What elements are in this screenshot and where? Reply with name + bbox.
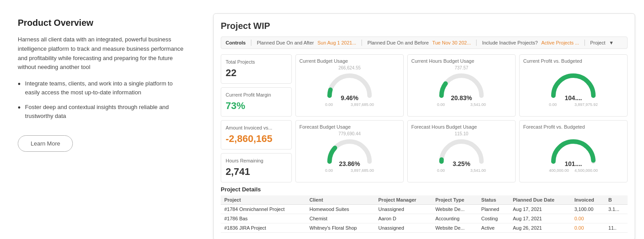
total-projects-label: Total Projects — [226, 59, 287, 65]
row-project: #1836 JIRA Project — [221, 223, 306, 233]
fhbu-bottom: 0.00 3,541.00 — [437, 168, 486, 173]
forecast-profit-vs-value: 101.... — [565, 160, 582, 167]
row-status: Planned — [478, 205, 509, 214]
row-manager: Aaron D — [375, 214, 432, 223]
bullet-item-2: Foster deep and contextual insights thro… — [18, 103, 187, 120]
fpvb-left: 400,000.00 — [549, 168, 569, 173]
ch-left: 0.00 — [437, 102, 445, 107]
current-hours-value: 20.83% — [451, 94, 472, 101]
fbu-left: 0.00 — [325, 168, 333, 173]
planned-before-label: Planned Due On and Before — [367, 40, 429, 45]
controls-divider-2 — [362, 40, 362, 46]
row-type: Website De... — [432, 223, 477, 233]
current-hours-gauge: 737.57 20.83% 0.00 3,541.00 — [437, 65, 486, 107]
cb-left: 0.00 — [325, 102, 333, 107]
row-b: 11.. — [605, 223, 628, 233]
forecast-hours-label: Forecast Hours Budget Usage — [411, 124, 477, 130]
hours-remaining-value: 2,741 — [226, 166, 287, 178]
row-project: #1784 Omnichannel Project — [221, 205, 306, 214]
row-type: Accounting — [432, 214, 477, 223]
col-manager: Project Manager — [375, 195, 432, 205]
cpvb-bottom: 0.00 3,897,975.92 — [549, 102, 598, 107]
table-row: #1836 JIRA Project Whitney's Floral Shop… — [221, 223, 628, 233]
current-budget-usage-label: Current Budget Usage — [299, 58, 348, 64]
fhbu-top: 115.10 — [455, 131, 469, 136]
forecast-hours-budget-cell: Forecast Hours Budget Usage 115.10 3.25%… — [407, 120, 516, 182]
current-budget-usage-gauge: 266,624.55 9.46% 0.00 3,897,685.00 — [325, 65, 374, 107]
profit-margin-label: Current Profit Margin — [226, 92, 287, 97]
amount-invoiced-value: -2,860,165 — [226, 133, 287, 145]
forecast-budget-value: 23.86% — [339, 160, 360, 167]
ch-right: 3,541.00 — [470, 102, 486, 107]
row-project: #1786 Bas — [221, 214, 306, 223]
forecast-profit-vs-budgeted-cell: Forecast Profit vs. Budgeted 101.... 400… — [519, 120, 628, 182]
forecast-profit-vs-label: Forecast Profit vs. Budgeted — [523, 124, 585, 130]
current-hours-budget-cell: Current Hours Budget Usage 737.57 20.83%… — [407, 54, 516, 117]
amount-invoiced-cell: Amount Invoiced vs... -2,860,165 — [221, 120, 292, 150]
total-projects-value: 22 — [226, 67, 287, 79]
row-client: Chemist — [306, 214, 375, 223]
project-dropdown-icon[interactable]: ▼ — [609, 40, 614, 45]
col-b: B — [605, 195, 628, 205]
fbu-top: 779,690.44 — [338, 131, 361, 136]
current-hours-top: 737.57 — [455, 65, 469, 70]
row-due-date: Aug 17, 2021 — [509, 214, 571, 223]
profit-margin-cell: Current Profit Margin 73% — [221, 87, 292, 117]
profit-margin-value: 73% — [226, 100, 287, 112]
project-label: Project — [590, 40, 605, 45]
project-details-section: Project Details Project Client Project M… — [221, 186, 628, 233]
row-b: 3.1... — [605, 205, 628, 214]
planned-after-label: Planned Due On and After — [257, 40, 314, 45]
dashboard-card: Project WIP Controls Planned Due On and … — [213, 13, 635, 239]
controls-divider-4 — [584, 40, 585, 46]
total-projects-cell: Total Projects 22 — [221, 54, 292, 84]
current-profit-gauge: 104.... 0.00 3,897,975.92 — [549, 65, 598, 107]
row-due-date: Aug 26, 2021 — [509, 223, 571, 233]
cpvb-left: 0.00 — [549, 102, 557, 107]
product-description: Harness all client data with an integrat… — [18, 35, 187, 72]
fhbu-left: 0.00 — [437, 168, 445, 173]
col-project: Project — [221, 195, 306, 205]
table-row: #1784 Omnichannel Project Homewood Suite… — [221, 205, 628, 214]
fpvb-top — [573, 131, 574, 136]
hours-remaining-cell: Hours Remaining 2,741 — [221, 153, 292, 182]
left-panel: Product Overview Harness all client data… — [0, 9, 204, 239]
learn-more-button[interactable]: Learn More — [18, 135, 73, 152]
project-table-body: #1784 Omnichannel Project Homewood Suite… — [221, 205, 628, 233]
row-manager: Unassigned — [375, 223, 432, 233]
cb-right: 3,897,685.00 — [350, 102, 374, 107]
col-type: Project Type — [432, 195, 477, 205]
row-b — [605, 214, 628, 223]
amount-invoiced-label: Amount Invoiced vs... — [226, 125, 287, 130]
fpvb-right: 4,500,000.00 — [574, 168, 598, 173]
right-panel: Project WIP Controls Planned Due On and … — [204, 9, 644, 239]
dashboard-title: Project WIP — [221, 21, 628, 31]
row-type: Website De... — [432, 205, 477, 214]
table-header-row: Project Client Project Manager Project T… — [221, 195, 628, 205]
row-manager: Unassigned — [375, 205, 432, 214]
controls-bar: Controls Planned Due On and After Sun Au… — [221, 36, 628, 49]
forecast-budget-usage-cell: Forecast Budget Usage 779,690.44 23.86% … — [295, 120, 404, 182]
cpvb-right: 3,897,975.92 — [574, 102, 598, 107]
bullet-list: Integrate teams, clients, and work into … — [18, 79, 187, 120]
hours-remaining-label: Hours Remaining — [226, 158, 287, 163]
current-profit-vs-value: 104.... — [565, 94, 582, 101]
forecast-budget-label: Forecast Budget Usage — [299, 124, 351, 130]
controls-divider-3 — [476, 40, 477, 46]
row-status: Costing — [478, 214, 509, 223]
row-invoiced: 0.00 — [571, 214, 605, 223]
bullet-item-1: Integrate teams, clients, and work into … — [18, 79, 187, 97]
project-table: Project Client Project Manager Project T… — [221, 195, 628, 233]
col-due-date: Planned Due Date — [509, 195, 571, 205]
row-due-date: Aug 17, 2021 — [509, 205, 571, 214]
current-budget-top-val: 266,624.55 — [338, 65, 361, 70]
table-row: #1786 Bas Chemist Aaron D Accounting Cos… — [221, 214, 628, 223]
col-invoiced: Invoiced — [571, 195, 605, 205]
planned-after-val: Sun Aug 1 2021... — [318, 40, 356, 45]
controls-label: Controls — [226, 40, 246, 45]
row-status: Active — [478, 223, 509, 233]
current-profit-vs-label: Current Profit vs. Budgeted — [523, 58, 582, 64]
row-invoiced: 0.00 — [571, 223, 605, 233]
controls-divider-1 — [251, 40, 251, 46]
current-hours-label: Current Hours Budget Usage — [411, 58, 474, 64]
